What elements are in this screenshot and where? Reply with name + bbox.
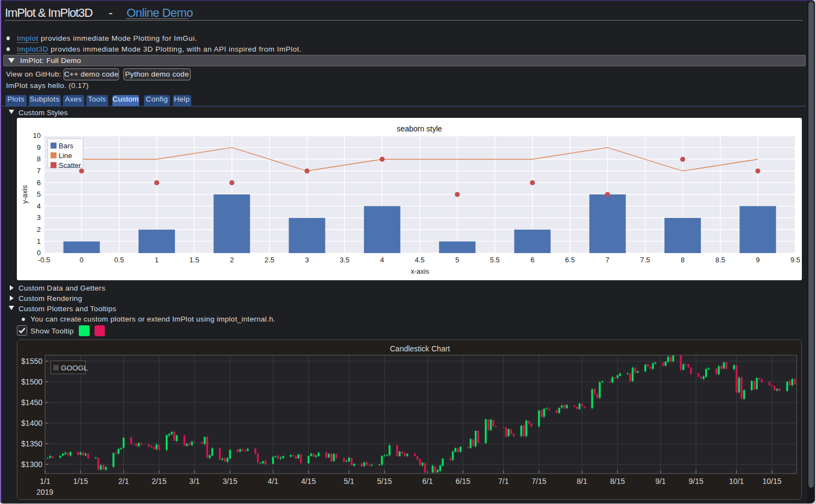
svg-text:2/1: 2/1: [118, 477, 129, 486]
svg-text:Scatter: Scatter: [59, 161, 81, 169]
svg-text:8/15: 8/15: [610, 477, 625, 486]
svg-text:3: 3: [37, 213, 41, 222]
svg-text:5/15: 5/15: [377, 477, 392, 486]
svg-text:4: 4: [380, 256, 384, 264]
svg-text:$1300: $1300: [21, 460, 42, 469]
svg-text:0.5: 0.5: [114, 256, 124, 264]
svg-text:8/1: 8/1: [577, 477, 588, 486]
svg-text:1/1: 1/1: [40, 477, 51, 486]
svg-text:$1450: $1450: [21, 398, 42, 407]
svg-text:7: 7: [606, 256, 610, 264]
svg-text:8.5: 8.5: [715, 256, 725, 264]
svg-text:GOOGL: GOOGL: [61, 364, 88, 372]
svg-text:9: 9: [756, 256, 759, 264]
svg-text:1.5: 1.5: [190, 256, 199, 264]
svg-text:seaborn style: seaborn style: [397, 124, 442, 133]
svg-text:4/1: 4/1: [268, 477, 279, 486]
svg-text:1/15: 1/15: [73, 477, 88, 486]
svg-text:-0.5: -0.5: [38, 256, 50, 264]
svg-text:1: 1: [37, 237, 41, 245]
svg-text:9.5: 9.5: [790, 256, 800, 264]
svg-text:$1550: $1550: [21, 357, 42, 366]
svg-text:5.5: 5.5: [490, 256, 500, 264]
svg-text:3: 3: [305, 256, 309, 264]
svg-text:$1400: $1400: [21, 419, 42, 427]
svg-text:3/15: 3/15: [223, 477, 237, 486]
svg-text:6: 6: [530, 256, 534, 264]
svg-text:1: 1: [155, 256, 159, 264]
svg-text:$1500: $1500: [21, 377, 42, 386]
svg-text:Candlestick Chart: Candlestick Chart: [390, 344, 450, 353]
svg-text:7/1: 7/1: [498, 477, 509, 486]
svg-text:$1350: $1350: [21, 439, 42, 448]
svg-text:Bars: Bars: [59, 142, 73, 150]
svg-text:x-axis: x-axis: [411, 267, 429, 275]
svg-text:5/1: 5/1: [344, 477, 355, 486]
svg-text:3/1: 3/1: [189, 477, 200, 486]
svg-text:7/15: 7/15: [531, 477, 546, 486]
svg-text:6: 6: [37, 179, 41, 187]
svg-text:10/1: 10/1: [729, 477, 744, 486]
svg-text:6/1: 6/1: [422, 477, 433, 486]
svg-text:9: 9: [37, 143, 41, 152]
svg-text:3.5: 3.5: [340, 256, 349, 264]
svg-text:7: 7: [37, 167, 41, 175]
svg-text:2019: 2019: [36, 488, 53, 496]
svg-text:8: 8: [37, 155, 41, 163]
svg-text:0: 0: [80, 256, 84, 264]
svg-text:y-axis: y-axis: [21, 185, 29, 204]
svg-text:9/1: 9/1: [655, 477, 666, 486]
svg-text:7.5: 7.5: [640, 256, 650, 264]
svg-text:9/15: 9/15: [688, 477, 703, 486]
svg-text:4.5: 4.5: [415, 256, 424, 264]
svg-text:10: 10: [33, 131, 41, 140]
svg-text:6/15: 6/15: [456, 477, 470, 486]
svg-text:5: 5: [455, 256, 459, 264]
svg-text:4: 4: [37, 202, 41, 210]
svg-text:2/15: 2/15: [152, 477, 166, 486]
svg-text:6.5: 6.5: [565, 256, 575, 264]
svg-text:5: 5: [37, 190, 41, 198]
svg-text:2.5: 2.5: [265, 256, 274, 264]
svg-text:Line: Line: [59, 152, 72, 160]
svg-text:4/15: 4/15: [301, 477, 316, 486]
svg-text:2: 2: [37, 225, 41, 234]
svg-text:2: 2: [230, 256, 234, 264]
svg-text:8: 8: [681, 256, 685, 264]
svg-text:10/15: 10/15: [762, 477, 781, 486]
